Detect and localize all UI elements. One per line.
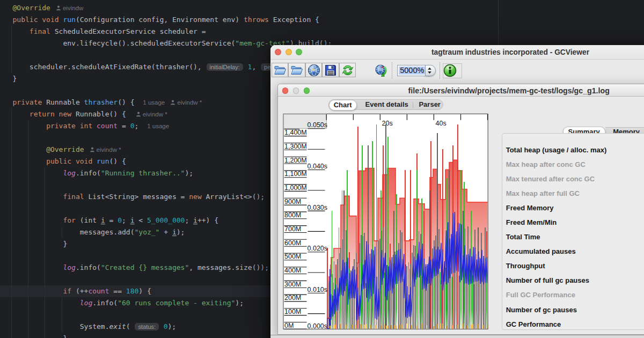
inner-window-title: file:/Users/eivindw/projects/mem-gc-test… — [408, 86, 610, 95]
summary-item[interactable]: GC Performance — [506, 320, 561, 328]
toolbar-button-watch[interactable] — [372, 63, 390, 77]
toolbar-button-open-file[interactable] — [272, 63, 289, 77]
code-line[interactable]: final List<String> messages = new ArrayL… — [13, 191, 265, 203]
svg-text:900M: 900M — [284, 198, 301, 205]
svg-text:0.040s: 0.040s — [308, 163, 328, 170]
zoom-button[interactable] — [304, 87, 310, 93]
code-line[interactable]: return new Runnable() { eivindw * — [13, 108, 167, 120]
main-window-footer — [270, 335, 644, 338]
author-icon — [56, 5, 61, 11]
summary-item[interactable]: Number of gc pauses — [506, 306, 577, 314]
code-line[interactable]: for (int i = 0; i < 5_000_000; i++) { — [13, 215, 219, 226]
svg-text:1,200M: 1,200M — [284, 157, 307, 164]
folder-icon — [273, 63, 287, 77]
svg-text:100M: 100M — [284, 308, 301, 315]
toolbar-button-refresh[interactable] — [339, 63, 356, 77]
summary-item[interactable]: Accumulated pauses — [506, 247, 576, 255]
svg-text:1,000M: 1,000M — [284, 184, 307, 192]
gc-chart[interactable]: 0M100M200M300M400M500M600M700M800M900M1,… — [282, 113, 488, 330]
tab-separator — [413, 102, 413, 108]
summary-item[interactable]: Number of full gc pauses — [506, 276, 589, 284]
toolbar-separator — [392, 62, 392, 79]
summary-item[interactable]: Throughput — [506, 262, 545, 270]
code-line[interactable]: log.info("60 runs complete - exiting"); — [13, 297, 244, 309]
code-line[interactable]: public void run() { — [13, 156, 126, 167]
zoom-input[interactable]: 5000% — [397, 65, 426, 76]
summary-item[interactable]: Total heap (usage / alloc. max) — [506, 146, 607, 154]
code-line[interactable]: } — [13, 73, 17, 85]
author-icon — [170, 100, 175, 105]
code-line[interactable]: } — [13, 238, 68, 250]
code-line[interactable]: @Overrideeivindw * — [13, 144, 121, 156]
summary-item[interactable]: Max heap after conc GC — [506, 160, 586, 168]
summary-panel: Total heap (usage / alloc. max)Max heap … — [502, 133, 644, 330]
code-line[interactable]: log.info("Running thrasher.."); — [13, 167, 194, 179]
code-line[interactable]: private int count = 0; 1 usage — [13, 120, 170, 132]
minimize-button[interactable] — [286, 49, 292, 55]
toolbar-separator — [440, 62, 440, 79]
summary-item[interactable]: Freed Memory — [506, 204, 554, 212]
tab-chart[interactable]: Chart — [329, 100, 357, 111]
gcviewer-main-window: tagtraum industries incorporated - GCVie… — [270, 45, 644, 338]
svg-text:0.000s: 0.000s — [308, 322, 328, 330]
svg-text:800M: 800M — [284, 212, 301, 219]
code-line[interactable]: if (++count == 180) { — [13, 285, 151, 297]
summary-item[interactable]: Total Time — [506, 233, 540, 241]
code-line[interactable]: @Overrideeivindw — [13, 2, 84, 14]
toolbar-button-open-url[interactable] — [305, 63, 323, 77]
svg-text:0.050s: 0.050s — [308, 122, 328, 129]
svg-text:0.020s: 0.020s — [308, 245, 328, 252]
tab-event-details[interactable]: Event details — [360, 100, 414, 109]
svg-text:0.010s: 0.010s — [308, 286, 328, 293]
svg-text:1,400M: 1,400M — [284, 129, 307, 136]
svg-text:700M: 700M — [284, 225, 301, 233]
svg-text:1,100M: 1,100M — [284, 170, 307, 178]
summary-item[interactable]: Full GC Performance — [506, 291, 575, 299]
svg-text:400M: 400M — [284, 267, 301, 274]
toolbar-button-export[interactable] — [322, 63, 339, 77]
close-button[interactable] — [282, 87, 288, 93]
minimize-button[interactable] — [293, 87, 299, 93]
zoom-button[interactable] — [296, 49, 302, 55]
stepper-arrows-icon — [427, 67, 433, 74]
summary-item[interactable]: Freed Mem/Min — [506, 218, 557, 226]
author-icon — [90, 147, 95, 152]
code-line[interactable]: final ScheduledExecutorService scheduler… — [13, 26, 206, 38]
code-line[interactable]: private Runnable thrasher() { 1 usageeiv… — [13, 97, 202, 108]
code-line[interactable]: log.info("Created {} messages", messages… — [13, 262, 269, 274]
tab-parser[interactable]: Parser — [416, 100, 443, 109]
main-titlebar[interactable]: tagtraum industries incorporated - GCVie… — [270, 45, 644, 60]
toolbar: 5000% — [270, 60, 644, 84]
svg-text:0.030s: 0.030s — [308, 204, 328, 211]
code-line[interactable]: messages.add("yoz_" + i); — [13, 226, 185, 238]
svg-text:40s: 40s — [436, 120, 447, 127]
view-tabbar: Chart Event details Parser — [328, 99, 444, 110]
right-margin-guide — [498, 0, 499, 45]
summary-item[interactable]: Max heap after full GC — [506, 189, 580, 197]
svg-text:300M: 300M — [284, 281, 301, 288]
svg-text:600M: 600M — [284, 239, 301, 247]
floppy-icon — [324, 63, 338, 77]
close-button[interactable] — [275, 49, 281, 55]
indent-guide — [11, 25, 12, 73]
folder-icon — [290, 63, 304, 77]
gc-log-window: file:/Users/eivindw/projects/mem-gc-test… — [277, 84, 644, 335]
summary-item[interactable]: Max tenured after conc GC — [506, 175, 595, 183]
toolbar-button-open-recent[interactable] — [288, 63, 305, 77]
code-line[interactable]: } — [13, 333, 68, 338]
svg-text:500M: 500M — [284, 253, 301, 261]
watch-icon — [375, 64, 387, 77]
svg-text:0M: 0M — [284, 322, 294, 329]
toolbar-button-about[interactable] — [443, 63, 462, 78]
code-line[interactable]: System.exit( status: 0); — [13, 321, 177, 333]
indent-guide — [11, 108, 12, 338]
main-window-title: tagtraum industries incorporated - GCVie… — [431, 48, 589, 56]
svg-text:1,300M: 1,300M — [284, 143, 307, 150]
info-icon — [443, 64, 457, 77]
svg-text:20s: 20s — [382, 120, 393, 127]
inner-titlebar[interactable]: file:/Users/eivindw/projects/mem-gc-test… — [278, 84, 644, 97]
refresh-icon — [341, 63, 355, 77]
code-line[interactable]: public void run(Configuration config, En… — [13, 14, 319, 26]
zoom-combobox[interactable]: 5000% — [397, 65, 436, 76]
globe-icon — [307, 63, 320, 77]
